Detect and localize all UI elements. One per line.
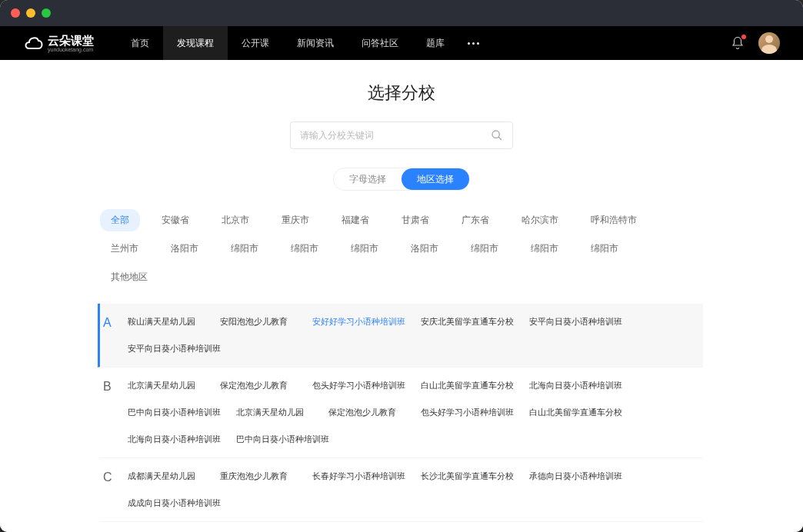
region-toggle-button[interactable]: 地区选择 bbox=[402, 168, 469, 190]
nav-item[interactable]: 首页 bbox=[117, 26, 163, 60]
school-item[interactable]: 安庆北美留学直通车分校 bbox=[421, 308, 514, 335]
region-tag[interactable]: 绵阳市 bbox=[460, 238, 509, 260]
school-item[interactable]: 巴中向日葵小语种培训班 bbox=[128, 399, 221, 426]
school-item[interactable]: 北海向日葵小语种培训班 bbox=[529, 372, 622, 399]
school-item[interactable]: 包头好学习小语种培训班 bbox=[312, 372, 405, 399]
school-list: 北京满天星幼儿园保定泡泡少儿教育包头好学习小语种培训班白山北美留学直通车分校北海… bbox=[128, 372, 703, 453]
letter-group: A鞍山满天星幼儿园安阳泡泡少儿教育安好好学习小语种培训班安庆北美留学直通车分校安… bbox=[98, 304, 703, 367]
search-input[interactable] bbox=[300, 130, 491, 141]
brand-logo[interactable]: 云朵课堂 yunduoketang.com bbox=[23, 35, 94, 52]
region-tag[interactable]: 哈尔滨市 bbox=[511, 209, 569, 231]
close-window-button[interactable] bbox=[11, 8, 20, 18]
letter-group: C成都满天星幼儿园重庆泡泡少儿教育长春好学习小语种培训班长沙北美留学直通车分校承… bbox=[100, 458, 703, 522]
nav-items: 首页发现课程公开课新闻资讯问答社区题库 bbox=[117, 26, 458, 60]
region-tag[interactable]: 兰州市 bbox=[100, 238, 149, 260]
titlebar bbox=[0, 0, 803, 26]
maximize-window-button[interactable] bbox=[42, 8, 51, 18]
school-item[interactable]: 北京满天星幼儿园 bbox=[236, 399, 313, 426]
nav-item[interactable]: 公开课 bbox=[228, 26, 283, 60]
region-panel: 全部安徽省北京市重庆市福建省甘肃省广东省哈尔滨市呼和浩特市兰州市洛阳市绵阳市绵阳… bbox=[0, 209, 803, 304]
school-item[interactable]: 丹东泡泡少儿教育 bbox=[220, 527, 297, 532]
letter-label: B bbox=[100, 372, 128, 453]
region-tag[interactable]: 全部 bbox=[100, 209, 140, 231]
region-tag[interactable]: 洛阳市 bbox=[160, 238, 209, 260]
school-item[interactable]: 包头好学习小语种培训班 bbox=[421, 399, 514, 426]
region-list: 全部安徽省北京市重庆市福建省甘肃省广东省哈尔滨市呼和浩特市兰州市洛阳市绵阳市绵阳… bbox=[100, 209, 703, 294]
school-item[interactable]: 安平向日葵小语种培训班 bbox=[529, 308, 622, 335]
school-item[interactable]: 长春好学习小语种培训班 bbox=[312, 463, 405, 490]
school-item[interactable]: 大同满天星幼儿园 bbox=[128, 527, 205, 532]
brand-name: 云朵课堂 bbox=[48, 35, 94, 46]
letter-group: D大同满天星幼儿园丹东泡泡少儿教育大连好学习小语种培训班大洋北美留学直通车分校达… bbox=[100, 522, 703, 532]
filter-toggle: 字母选择 地区选择 bbox=[333, 168, 470, 191]
school-item[interactable]: 白山北美留学直通车分校 bbox=[529, 399, 622, 426]
nav-item[interactable]: 发现课程 bbox=[163, 26, 228, 60]
region-tag[interactable]: 甘肃省 bbox=[391, 209, 440, 231]
alphabet-toggle-button[interactable]: 字母选择 bbox=[334, 168, 402, 190]
school-item[interactable]: 大连好学习小语种培训班 bbox=[312, 527, 405, 532]
school-list: 成都满天星幼儿园重庆泡泡少儿教育长春好学习小语种培训班长沙北美留学直通车分校承德… bbox=[128, 463, 703, 517]
nav-right bbox=[731, 32, 780, 54]
school-item[interactable]: 巴中向日葵小语种培训班 bbox=[236, 426, 329, 453]
school-item[interactable]: 安阳泡泡少儿教育 bbox=[220, 308, 297, 335]
school-item[interactable]: 北京满天星幼儿园 bbox=[128, 372, 205, 399]
top-navigation: 云朵课堂 yunduoketang.com 首页发现课程公开课新闻资讯问答社区题… bbox=[0, 26, 803, 60]
school-list: 大同满天星幼儿园丹东泡泡少儿教育大连好学习小语种培训班大洋北美留学直通车分校达州… bbox=[128, 527, 703, 532]
school-item[interactable]: 北海向日葵小语种培训班 bbox=[128, 426, 221, 453]
search-wrap bbox=[0, 121, 803, 149]
svg-point-0 bbox=[492, 131, 499, 138]
letter-label: A bbox=[100, 308, 128, 362]
nav-item[interactable]: 题库 bbox=[412, 26, 458, 60]
svg-line-1 bbox=[498, 137, 501, 140]
page-title: 选择分校 bbox=[0, 81, 803, 105]
school-item[interactable]: 安平向日葵小语种培训班 bbox=[128, 335, 221, 362]
school-item[interactable]: 保定泡泡少儿教育 bbox=[328, 399, 405, 426]
school-item[interactable]: 保定泡泡少儿教育 bbox=[220, 372, 297, 399]
search-icon[interactable] bbox=[491, 129, 503, 141]
region-tag[interactable]: 广东省 bbox=[451, 209, 500, 231]
school-item[interactable]: 成都满天星幼儿园 bbox=[128, 463, 205, 490]
school-item[interactable]: 大洋北美留学直通车分校 bbox=[421, 527, 514, 532]
school-item[interactable]: 长沙北美留学直通车分校 bbox=[421, 463, 514, 490]
brand-sub: yunduoketang.com bbox=[48, 47, 94, 52]
school-list: 鞍山满天星幼儿园安阳泡泡少儿教育安好好学习小语种培训班安庆北美留学直通车分校安平… bbox=[128, 308, 703, 362]
school-item[interactable]: 安好好学习小语种培训班 bbox=[312, 308, 405, 335]
toggle-wrap: 字母选择 地区选择 bbox=[0, 168, 803, 191]
region-tag[interactable]: 安徽省 bbox=[151, 209, 200, 231]
region-tag[interactable]: 绵阳市 bbox=[340, 238, 389, 260]
region-tag[interactable]: 绵阳市 bbox=[220, 238, 269, 260]
school-item[interactable]: 成成向日葵小语种培训班 bbox=[128, 490, 221, 517]
nav-item[interactable]: 问答社区 bbox=[348, 26, 412, 60]
school-item[interactable]: 承德向日葵小语种培训班 bbox=[529, 463, 622, 490]
region-tag[interactable]: 呼和浩特市 bbox=[580, 209, 648, 231]
school-item[interactable]: 重庆泡泡少儿教育 bbox=[220, 463, 297, 490]
region-tag[interactable]: 福建省 bbox=[331, 209, 380, 231]
notification-bell-icon[interactable] bbox=[731, 36, 745, 50]
region-tag[interactable]: 绵阳市 bbox=[520, 238, 569, 260]
school-item[interactable]: 白山北美留学直通车分校 bbox=[421, 372, 514, 399]
nav-item[interactable]: 新闻资讯 bbox=[283, 26, 348, 60]
region-tag[interactable]: 其他地区 bbox=[100, 266, 158, 288]
letter-groups: A鞍山满天星幼儿园安阳泡泡少儿教育安好好学习小语种培训班安庆北美留学直通车分校安… bbox=[0, 304, 803, 532]
letter-group: B北京满天星幼儿园保定泡泡少儿教育包头好学习小语种培训班白山北美留学直通车分校北… bbox=[100, 367, 703, 458]
region-tag[interactable]: 绵阳市 bbox=[280, 238, 329, 260]
school-item[interactable]: 鞍山满天星幼儿园 bbox=[128, 308, 205, 335]
region-tag[interactable]: 北京市 bbox=[211, 209, 260, 231]
letter-label: C bbox=[100, 463, 128, 517]
nav-more-icon[interactable] bbox=[458, 42, 488, 45]
main-content: 选择分校 字母选择 地区选择 全部安徽省北京市重庆市福建省甘肃省广东省哈尔滨市呼… bbox=[0, 60, 803, 532]
user-avatar[interactable] bbox=[758, 32, 780, 54]
minimize-window-button[interactable] bbox=[26, 8, 35, 18]
cloud-logo-icon bbox=[23, 35, 45, 52]
school-item[interactable]: 达州向日葵小语种培训班 bbox=[529, 527, 622, 532]
app-window: 云朵课堂 yunduoketang.com 首页发现课程公开课新闻资讯问答社区题… bbox=[0, 0, 803, 532]
letter-label: D bbox=[100, 527, 128, 532]
region-tag[interactable]: 绵阳市 bbox=[580, 238, 629, 260]
notification-dot-icon bbox=[741, 35, 746, 39]
search-box bbox=[290, 121, 513, 149]
region-tag[interactable]: 洛阳市 bbox=[400, 238, 449, 260]
region-tag[interactable]: 重庆市 bbox=[271, 209, 320, 231]
